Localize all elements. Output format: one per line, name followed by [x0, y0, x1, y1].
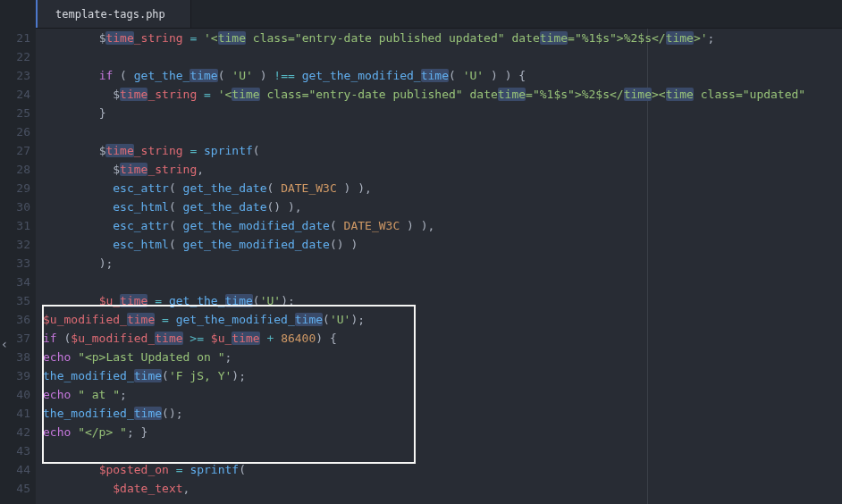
token: $posted_on	[99, 463, 169, 476]
token: (	[169, 219, 183, 232]
token: get_the_modified_	[302, 69, 421, 82]
token: get_the_	[134, 69, 190, 82]
code-content[interactable]: echo "</p> "; }	[43, 423, 842, 441]
code-content[interactable]: $u_modified_time = get_the_modified_time…	[43, 310, 842, 329]
code-line[interactable]: 33 );	[0, 254, 842, 273]
code-line[interactable]: 37if ($u_modified_time >= $u_time + 8640…	[0, 329, 842, 348]
code-content[interactable]: the_modified_time();	[43, 404, 842, 423]
tab-template-tags[interactable]: template-tags.php	[36, 0, 191, 28]
token: (	[239, 463, 246, 476]
code-content[interactable]: the_modified_time('F jS, Y');	[43, 366, 842, 385]
token: ) ),	[337, 181, 372, 195]
token: >=	[183, 332, 211, 345]
token: time	[105, 144, 133, 157]
token: {	[330, 332, 337, 345]
code-content[interactable]: esc_html( get_the_modified_date() )	[43, 235, 842, 254]
token: if	[43, 332, 57, 345]
code-line[interactable]: 22	[0, 47, 842, 66]
token: time	[232, 88, 259, 101]
token: (	[169, 238, 183, 251]
code-line[interactable]: 34	[0, 273, 842, 291]
token: the_modified_	[43, 369, 134, 382]
code-line[interactable]: 21 $time_string = '<time class="entry-da…	[0, 29, 842, 47]
code-content[interactable]: if ($u_modified_time >= $u_time + 86400)…	[43, 329, 842, 348]
code-line[interactable]: 39the_modified_time('F jS, Y');	[0, 366, 842, 385]
code-line[interactable]: 40echo " at ";	[0, 385, 842, 404]
line-number: 43	[0, 441, 43, 460]
code-line[interactable]: 27 $time_string = sprintf(	[0, 141, 842, 160]
token: time	[666, 88, 694, 101]
code-content[interactable]: $time_string = '<time class="entry-date …	[43, 85, 842, 104]
token: () )	[330, 238, 358, 251]
code-content[interactable]: }	[43, 104, 842, 122]
code-line[interactable]: 43	[0, 441, 842, 460]
token: (	[323, 313, 330, 326]
code-line[interactable]: 42echo "</p> "; }	[0, 423, 842, 441]
token: (	[266, 181, 281, 195]
code-content[interactable]: $time_string = sprintf(	[43, 141, 842, 160]
token: esc_html	[113, 200, 169, 214]
token: "<p>Last Updated on "	[78, 350, 224, 364]
code-content[interactable]: echo "<p>Last Updated on ";	[43, 348, 842, 366]
token: 'U'	[260, 294, 281, 307]
line-number: 45	[0, 479, 43, 498]
code-line[interactable]: 36$u_modified_time = get_the_modified_ti…	[0, 310, 842, 329]
line-number: 30	[0, 197, 43, 216]
token	[71, 350, 78, 364]
token: class="entry-date published updated" dat…	[246, 31, 540, 45]
code-content[interactable]: esc_attr( get_the_date( DATE_W3C ) ),	[43, 179, 842, 197]
code-line[interactable]: 24 $time_string = '<time class="entry-da…	[0, 85, 842, 104]
code-line[interactable]: 35 $u_time = get_the_time('U');	[0, 291, 842, 310]
code-line[interactable]: 38echo "<p>Last Updated on ";	[0, 348, 842, 366]
code-line[interactable]: 28 $time_string,	[0, 160, 842, 179]
code-line[interactable]: 32 esc_html( get_the_modified_date() )	[0, 235, 842, 254]
code-content[interactable]	[43, 122, 842, 141]
token: =	[169, 463, 189, 476]
token: ;	[127, 425, 141, 439]
code-content[interactable]: $posted_on = sprintf(	[43, 460, 842, 479]
code-editor[interactable]: 21 $time_string = '<time class="entry-da…	[0, 29, 842, 504]
fold-toggle-icon[interactable]: ‹	[0, 334, 11, 354]
token: );	[281, 294, 295, 307]
token: echo	[43, 350, 71, 364]
code-content[interactable]: esc_attr( get_the_modified_date( DATE_W3…	[43, 216, 842, 235]
token: get_the_modified_date	[183, 238, 330, 251]
token: time	[120, 88, 147, 101]
token: esc_html	[113, 238, 169, 251]
token: $u_	[211, 332, 232, 345]
code-content[interactable]	[43, 441, 842, 460]
code-content[interactable]: $time_string,	[43, 160, 842, 179]
code-content[interactable]	[43, 273, 842, 291]
code-line[interactable]: 31 esc_attr( get_the_modified_date( DATE…	[0, 216, 842, 235]
token: time	[218, 31, 246, 45]
token: $	[113, 163, 120, 176]
code-content[interactable]: if ( get_the_time( 'U' ) !== get_the_mod…	[43, 66, 842, 85]
code-line[interactable]: 23 if ( get_the_time( 'U' ) !== get_the_…	[0, 66, 842, 85]
token: time	[127, 313, 155, 326]
token: time	[134, 407, 162, 420]
code-content[interactable]: echo " at ";	[43, 385, 842, 404]
line-number: 33	[0, 254, 43, 273]
code-line[interactable]: 29 esc_attr( get_the_date( DATE_W3C ) ),	[0, 179, 842, 197]
code-line[interactable]: 41the_modified_time();	[0, 404, 842, 423]
code-content[interactable]	[43, 47, 842, 66]
token: () ),	[266, 200, 301, 214]
line-number: 35	[0, 291, 43, 310]
code-content[interactable]: $time_string = '<time class="entry-date …	[43, 29, 842, 47]
code-content[interactable]: esc_html( get_the_date() ),	[43, 197, 842, 216]
token: 'F jS, Y'	[169, 369, 232, 382]
token: )	[316, 332, 330, 345]
code-content[interactable]: $u_time = get_the_time('U');	[43, 291, 842, 310]
code-line[interactable]: 26	[0, 122, 842, 141]
token: ) ),	[400, 219, 434, 232]
code-content[interactable]: );	[43, 254, 842, 273]
token: );	[99, 256, 114, 270]
code-line[interactable]: 30 esc_html( get_the_date() ),	[0, 197, 842, 216]
code-line[interactable]: 44 $posted_on = sprintf(	[0, 460, 842, 479]
code-content[interactable]: $date_text,	[43, 479, 842, 498]
token	[71, 425, 78, 439]
code-line[interactable]: 25 }	[0, 104, 842, 122]
token: !==	[274, 69, 294, 82]
code-line[interactable]: 45 $date_text,	[0, 479, 842, 498]
token: (	[162, 369, 169, 382]
